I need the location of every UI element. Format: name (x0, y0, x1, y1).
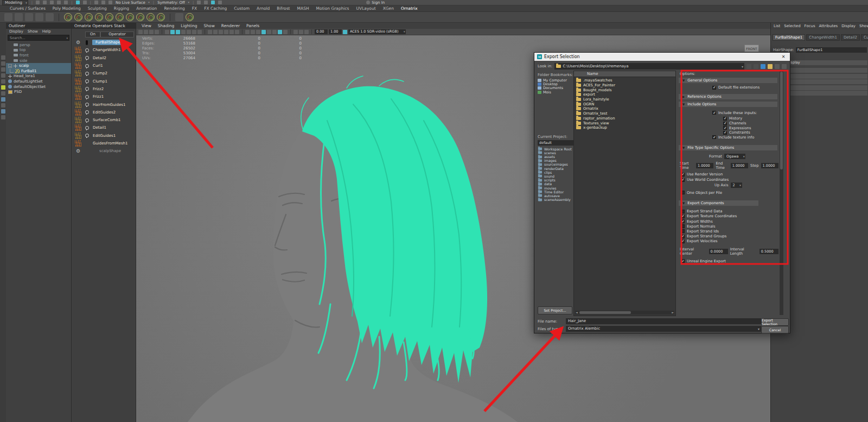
tool-icon[interactable] (1, 91, 5, 96)
checkbox-export-texture-coordinates[interactable]: Export Texture Coordinates (681, 214, 778, 219)
viewport-menu-shading[interactable]: Shading (158, 23, 174, 28)
outliner-item-defaultlightset[interactable]: defaultLightSet (6, 79, 71, 84)
files-of-type-dropdown[interactable]: Ornatrix Alembic (566, 326, 761, 332)
up-axis-dropdown[interactable]: 2 (731, 182, 742, 188)
undo-icon[interactable] (57, 1, 61, 4)
checkbox[interactable] (712, 135, 716, 139)
operator-row-editguides1[interactable]: EditGuides1 (72, 132, 136, 140)
interval-length-field[interactable]: 0.5000 (760, 249, 778, 254)
shelf-tab-bifrost[interactable]: Bifrost (277, 6, 290, 11)
snap-point-icon[interactable] (108, 1, 112, 4)
file-list-folder[interactable]: ACES_For_Painter (574, 83, 675, 88)
tool-icon[interactable] (1, 55, 5, 60)
project-folder-renderdata[interactable]: renderData (538, 167, 573, 171)
shelf-tab-sculpting[interactable]: Sculpting (88, 6, 107, 11)
project-folder-workspace-root[interactable]: Workspace Root (538, 147, 573, 151)
project-folder-autosave[interactable]: autosave (538, 194, 573, 198)
project-folder-clips[interactable]: clips (538, 171, 573, 174)
project-folder-scripts[interactable]: scripts (538, 178, 573, 182)
expand-collapse-icon[interactable] (8, 64, 12, 68)
viewport-toolbar-icon[interactable] (278, 30, 282, 34)
path-dropdown[interactable]: C:\Users\Mois\Desktop\Vremenaya (554, 63, 744, 70)
ae-menu-show[interactable]: Show (859, 24, 868, 28)
checkbox-include-these-inputs-[interactable]: Include these inputs: (712, 111, 778, 116)
outliner-item-side[interactable]: side (6, 58, 71, 64)
gamma-field[interactable]: 1.00 (329, 29, 342, 34)
operator-row-detail1[interactable]: Detail1 (72, 124, 136, 131)
ae-menu-selected[interactable]: Selected (784, 24, 800, 28)
ornatrix-tool-icon[interactable] (116, 13, 124, 21)
checkbox[interactable] (681, 240, 685, 243)
scroll-left-icon[interactable]: ◄ (576, 311, 578, 314)
file-list-folder[interactable]: Bought_models (574, 87, 675, 92)
shelf-tab-arnold[interactable]: Arnold (257, 6, 270, 11)
checkbox[interactable] (712, 111, 716, 115)
render-icon[interactable] (197, 1, 201, 4)
live-surface-dropdown[interactable]: No Live Surface (116, 1, 150, 5)
checkbox-default-file-extensions[interactable]: Default file extensions (712, 85, 778, 90)
checkbox-export-normals[interactable]: Export Normals (681, 224, 778, 229)
tool-icon[interactable] (1, 109, 5, 114)
start-time-field[interactable]: 1.0000 (696, 163, 713, 168)
colorspace-dropdown[interactable]: ACES 1.0 SDR-video (sRGB) (348, 29, 406, 34)
operator-row-curl1[interactable]: Curl1 (72, 62, 136, 70)
operator-row-scalpshape[interactable]: ⚙scalpShape (72, 147, 136, 155)
ae-menu-focus[interactable]: Focus (805, 24, 815, 28)
ae-menu-display[interactable]: Display (841, 24, 856, 28)
up-one-level-icon[interactable] (761, 64, 765, 69)
ae-menu-attributes[interactable]: Attributes (819, 24, 838, 28)
vertical-scrollbar[interactable] (780, 71, 783, 315)
checkbox-export-widths[interactable]: Export Widths (681, 219, 778, 224)
scrollbar-handle[interactable] (579, 311, 631, 314)
viewport-toolbar-icon[interactable] (299, 30, 303, 34)
checkbox[interactable] (681, 259, 685, 263)
shelf-tab-custom[interactable]: Custom (234, 6, 250, 11)
scrollbar-handle[interactable] (780, 72, 783, 169)
operator-row-detail2[interactable]: Detail2 (72, 54, 136, 62)
file-list-folder[interactable]: raptor_animation (574, 116, 675, 121)
open-scene-icon[interactable] (43, 1, 47, 4)
ae-tab-curl1[interactable]: Curl1 (861, 34, 868, 41)
viewport-toolbar-icon[interactable] (149, 30, 154, 34)
checkbox[interactable] (681, 229, 685, 233)
project-folder-assets[interactable]: assets (538, 155, 573, 159)
file-list-folder[interactable]: x-genbackup (574, 125, 675, 130)
save-scene-icon[interactable] (50, 1, 54, 4)
file-list-folder[interactable]: Ornatrix_test (574, 111, 675, 116)
outliner-item-scalp[interactable]: scalp (6, 63, 71, 68)
viewport-toolbar-icon[interactable] (165, 30, 169, 34)
operator-row-hairfromguides1[interactable]: HairFromGuides1 (72, 100, 136, 108)
viewport-toolbar-icon[interactable] (181, 30, 186, 34)
operator-enabled-bulb-icon[interactable] (85, 87, 89, 91)
shelf-tab-fx[interactable]: FX (192, 6, 197, 11)
file-list-folder[interactable]: export (574, 92, 675, 97)
operator-row-clump1[interactable]: Clump1 (72, 77, 136, 85)
shelf-tab-rigging[interactable]: Rigging (114, 6, 129, 11)
operator-enabled-bulb-icon[interactable] (85, 95, 89, 99)
operator-enabled-bulb-icon[interactable] (85, 118, 89, 122)
checkbox-unreal-engine-export[interactable]: Unreal Engine Export (681, 259, 778, 264)
operator-row-changewidth1[interactable]: ChangeWidth1 (72, 46, 136, 54)
outliner-item-defaultobjectset[interactable]: defaultObjectSet (6, 84, 71, 90)
project-folder-movies[interactable]: movies (538, 186, 573, 190)
new-scene-icon[interactable] (36, 1, 40, 4)
exposure-field[interactable]: 0.00 (315, 29, 328, 34)
pause-icon[interactable] (218, 1, 222, 4)
dialog-titlebar[interactable]: M Export Selection ✕ (534, 53, 790, 61)
checkbox-export-strand-data[interactable]: Export Strand Data (681, 209, 778, 214)
viewport-toolbar-icon[interactable] (170, 30, 175, 34)
checkbox-export-strand-groups[interactable]: Export Strand Groups (681, 234, 778, 239)
select-component-icon[interactable] (83, 1, 87, 4)
scroll-right-icon[interactable]: ► (672, 311, 674, 314)
shelf-tab-animation[interactable]: Animation (136, 6, 157, 11)
operator-row-clump2[interactable]: Clump2 (72, 70, 136, 77)
export-selection-button[interactable]: Export Selection (761, 318, 789, 326)
tool-icon[interactable] (1, 103, 5, 108)
operator-enabled-bulb-icon[interactable] (85, 79, 89, 83)
checkbox-channels[interactable]: Channels (723, 121, 778, 126)
ae-menu-list[interactable]: List (774, 24, 780, 28)
viewport-toolbar-icon[interactable] (293, 30, 298, 34)
outliner-menu-help[interactable]: Help (42, 29, 51, 34)
viewport-toolbar-icon[interactable] (197, 30, 202, 34)
horizontal-scrollbar[interactable]: ◄ ► (575, 311, 674, 314)
